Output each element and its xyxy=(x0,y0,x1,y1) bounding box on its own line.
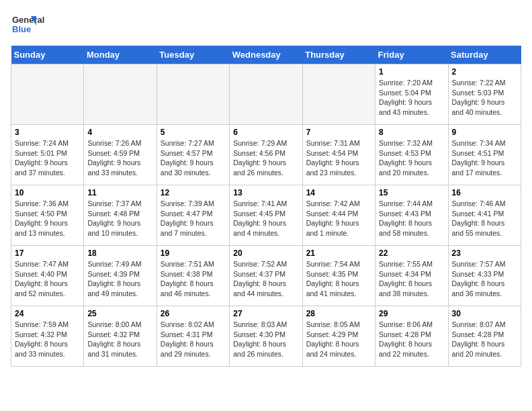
logo: General Blue xyxy=(11,11,64,38)
week-row-3: 10Sunrise: 7:36 AM Sunset: 4:50 PM Dayli… xyxy=(11,185,521,246)
day-number: 3 xyxy=(15,128,80,137)
day-number: 18 xyxy=(87,248,152,258)
day-number: 5 xyxy=(161,128,226,137)
day-number: 21 xyxy=(306,248,371,258)
day-detail: Sunrise: 8:06 AM Sunset: 4:28 PM Dayligh… xyxy=(379,320,444,359)
day-number: 6 xyxy=(233,128,298,137)
day-number: 22 xyxy=(379,248,444,258)
calendar-cell: 18Sunrise: 7:49 AM Sunset: 4:39 PM Dayli… xyxy=(84,246,157,306)
week-row-2: 3Sunrise: 7:24 AM Sunset: 5:01 PM Daylig… xyxy=(11,125,521,185)
calendar-cell: 5Sunrise: 7:27 AM Sunset: 4:57 PM Daylig… xyxy=(157,125,229,185)
calendar-cell: 12Sunrise: 7:39 AM Sunset: 4:47 PM Dayli… xyxy=(157,185,229,246)
day-detail: Sunrise: 7:46 AM Sunset: 4:41 PM Dayligh… xyxy=(452,199,517,238)
day-detail: Sunrise: 7:39 AM Sunset: 4:47 PM Dayligh… xyxy=(161,199,226,238)
calendar-cell: 2Sunrise: 7:22 AM Sunset: 5:03 PM Daylig… xyxy=(448,64,521,125)
day-detail: Sunrise: 7:31 AM Sunset: 4:54 PM Dayligh… xyxy=(306,138,371,178)
day-number: 19 xyxy=(161,248,226,258)
week-row-1: 1Sunrise: 7:20 AM Sunset: 5:04 PM Daylig… xyxy=(11,64,521,125)
weekday-header-row: SundayMondayTuesdayWednesdayThursdayFrid… xyxy=(11,46,521,64)
day-detail: Sunrise: 7:55 AM Sunset: 4:34 PM Dayligh… xyxy=(379,259,444,299)
day-detail: Sunrise: 7:32 AM Sunset: 4:53 PM Dayligh… xyxy=(379,138,444,178)
weekday-header-monday: Monday xyxy=(84,46,157,64)
day-number: 26 xyxy=(161,309,226,318)
calendar-cell: 16Sunrise: 7:46 AM Sunset: 4:41 PM Dayli… xyxy=(448,185,521,246)
logo-icon: General Blue xyxy=(11,11,64,38)
week-row-4: 17Sunrise: 7:47 AM Sunset: 4:40 PM Dayli… xyxy=(11,246,521,306)
day-number: 25 xyxy=(87,309,152,318)
calendar-cell: 28Sunrise: 8:05 AM Sunset: 4:29 PM Dayli… xyxy=(302,306,375,367)
day-number: 9 xyxy=(452,128,517,137)
day-detail: Sunrise: 7:57 AM Sunset: 4:33 PM Dayligh… xyxy=(452,259,517,299)
day-number: 24 xyxy=(15,309,80,318)
day-number: 10 xyxy=(15,188,80,197)
day-number: 28 xyxy=(306,309,371,318)
svg-text:General: General xyxy=(12,15,44,25)
day-detail: Sunrise: 7:49 AM Sunset: 4:39 PM Dayligh… xyxy=(87,259,152,299)
weekday-header-tuesday: Tuesday xyxy=(157,46,229,64)
day-detail: Sunrise: 7:42 AM Sunset: 4:44 PM Dayligh… xyxy=(306,199,371,238)
day-number: 27 xyxy=(233,309,298,318)
day-number: 4 xyxy=(87,128,152,137)
calendar-cell: 4Sunrise: 7:26 AM Sunset: 4:59 PM Daylig… xyxy=(84,125,157,185)
weekday-header-friday: Friday xyxy=(375,46,448,64)
day-detail: Sunrise: 7:54 AM Sunset: 4:35 PM Dayligh… xyxy=(306,259,371,299)
calendar-cell xyxy=(157,64,229,125)
calendar-cell xyxy=(302,64,375,125)
calendar-cell: 25Sunrise: 8:00 AM Sunset: 4:32 PM Dayli… xyxy=(84,306,157,367)
calendar-cell: 17Sunrise: 7:47 AM Sunset: 4:40 PM Dayli… xyxy=(11,246,84,306)
day-number: 2 xyxy=(452,67,517,77)
calendar-cell: 21Sunrise: 7:54 AM Sunset: 4:35 PM Dayli… xyxy=(302,246,375,306)
day-detail: Sunrise: 7:51 AM Sunset: 4:38 PM Dayligh… xyxy=(161,259,226,299)
calendar-cell: 20Sunrise: 7:52 AM Sunset: 4:37 PM Dayli… xyxy=(230,246,302,306)
calendar-cell: 23Sunrise: 7:57 AM Sunset: 4:33 PM Dayli… xyxy=(448,246,521,306)
day-number: 8 xyxy=(379,128,444,137)
calendar-cell: 26Sunrise: 8:02 AM Sunset: 4:31 PM Dayli… xyxy=(157,306,229,367)
day-number: 7 xyxy=(306,128,371,137)
calendar-cell: 11Sunrise: 7:37 AM Sunset: 4:48 PM Dayli… xyxy=(84,185,157,246)
day-detail: Sunrise: 7:59 AM Sunset: 4:32 PM Dayligh… xyxy=(15,320,80,359)
calendar-cell: 22Sunrise: 7:55 AM Sunset: 4:34 PM Dayli… xyxy=(375,246,448,306)
day-number: 23 xyxy=(452,248,517,258)
day-detail: Sunrise: 7:26 AM Sunset: 4:59 PM Dayligh… xyxy=(87,138,152,178)
day-number: 1 xyxy=(379,67,444,77)
calendar-cell: 19Sunrise: 7:51 AM Sunset: 4:38 PM Dayli… xyxy=(157,246,229,306)
day-detail: Sunrise: 7:52 AM Sunset: 4:37 PM Dayligh… xyxy=(233,259,298,299)
day-detail: Sunrise: 8:02 AM Sunset: 4:31 PM Dayligh… xyxy=(161,320,226,359)
day-number: 20 xyxy=(233,248,298,258)
calendar-cell xyxy=(230,64,302,125)
calendar-table: SundayMondayTuesdayWednesdayThursdayFrid… xyxy=(11,46,521,367)
day-detail: Sunrise: 7:22 AM Sunset: 5:03 PM Dayligh… xyxy=(452,78,517,118)
calendar-cell: 10Sunrise: 7:36 AM Sunset: 4:50 PM Dayli… xyxy=(11,185,84,246)
day-detail: Sunrise: 7:36 AM Sunset: 4:50 PM Dayligh… xyxy=(15,199,80,238)
day-detail: Sunrise: 7:20 AM Sunset: 5:04 PM Dayligh… xyxy=(379,78,444,118)
weekday-header-sunday: Sunday xyxy=(11,46,84,64)
calendar-cell: 27Sunrise: 8:03 AM Sunset: 4:30 PM Dayli… xyxy=(230,306,302,367)
day-number: 11 xyxy=(87,188,152,197)
day-detail: Sunrise: 7:44 AM Sunset: 4:43 PM Dayligh… xyxy=(379,199,444,238)
day-number: 12 xyxy=(161,188,226,197)
day-number: 30 xyxy=(452,309,517,318)
day-detail: Sunrise: 7:37 AM Sunset: 4:48 PM Dayligh… xyxy=(87,199,152,238)
calendar-cell: 13Sunrise: 7:41 AM Sunset: 4:45 PM Dayli… xyxy=(230,185,302,246)
day-number: 14 xyxy=(306,188,371,197)
day-number: 29 xyxy=(379,309,444,318)
calendar-cell: 30Sunrise: 8:07 AM Sunset: 4:28 PM Dayli… xyxy=(448,306,521,367)
calendar-cell: 8Sunrise: 7:32 AM Sunset: 4:53 PM Daylig… xyxy=(375,125,448,185)
calendar-cell xyxy=(84,64,157,125)
day-detail: Sunrise: 7:34 AM Sunset: 4:51 PM Dayligh… xyxy=(452,138,517,178)
calendar-cell: 7Sunrise: 7:31 AM Sunset: 4:54 PM Daylig… xyxy=(302,125,375,185)
day-detail: Sunrise: 7:29 AM Sunset: 4:56 PM Dayligh… xyxy=(233,138,298,178)
calendar-cell: 15Sunrise: 7:44 AM Sunset: 4:43 PM Dayli… xyxy=(375,185,448,246)
day-detail: Sunrise: 7:24 AM Sunset: 5:01 PM Dayligh… xyxy=(15,138,80,178)
weekday-header-saturday: Saturday xyxy=(448,46,521,64)
weekday-header-thursday: Thursday xyxy=(302,46,375,64)
page-header: General Blue xyxy=(11,11,521,38)
week-row-5: 24Sunrise: 7:59 AM Sunset: 4:32 PM Dayli… xyxy=(11,306,521,367)
calendar-cell: 24Sunrise: 7:59 AM Sunset: 4:32 PM Dayli… xyxy=(11,306,84,367)
day-detail: Sunrise: 8:00 AM Sunset: 4:32 PM Dayligh… xyxy=(87,320,152,359)
calendar-cell: 6Sunrise: 7:29 AM Sunset: 4:56 PM Daylig… xyxy=(230,125,302,185)
calendar-cell: 9Sunrise: 7:34 AM Sunset: 4:51 PM Daylig… xyxy=(448,125,521,185)
svg-text:Blue: Blue xyxy=(12,24,31,34)
calendar-cell xyxy=(11,64,84,125)
day-number: 16 xyxy=(452,188,517,197)
